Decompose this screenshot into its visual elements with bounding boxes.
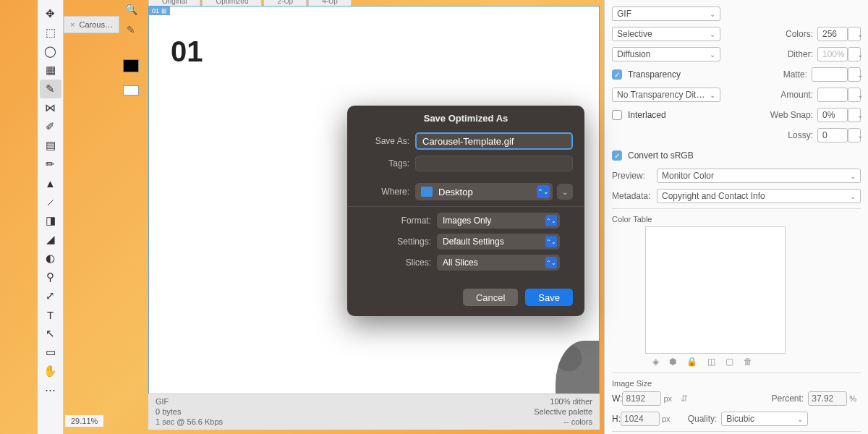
settings-select[interactable]: Default Settings⌃⌄ [437, 234, 560, 250]
tools-panel: ✥ ⬚ ◯ ▦ ✎ ⋈ ✐ ▤ ✏ ▲ ⟋ ◨ ◢ ◐ ⚲ ⤢ T ↖ ▭ ✋ … [38, 0, 64, 434]
tool-move[interactable]: ✥ [40, 4, 61, 23]
cancel-button[interactable]: Cancel [463, 289, 518, 306]
metadata-label: Metadata: [612, 191, 652, 201]
matte-select[interactable] [812, 67, 848, 82]
h-label: H: [612, 414, 621, 424]
where-select[interactable]: Desktop ⌃⌄ [415, 183, 553, 200]
tool-blur[interactable]: ◐ [40, 249, 61, 268]
amount-value[interactable] [817, 88, 848, 102]
preset-select[interactable]: GIF⌄ [612, 7, 720, 21]
zoom-icon[interactable]: 🔍 [122, 1, 140, 17]
footer-colors: -- colors [534, 417, 592, 426]
websnap-stepper[interactable]: ⌄ [848, 108, 861, 122]
preview-tabs: Original Optimized 2-Up 4-Up [148, 0, 352, 6]
w-label: W: [612, 393, 622, 404]
picker-icon[interactable]: ✎ [122, 22, 140, 38]
color-table[interactable] [645, 226, 786, 354]
slices-label: Slices: [359, 258, 431, 268]
document-tab[interactable]: × Carous… [64, 16, 119, 33]
aux-tools: 🔍 ✎ [119, 1, 143, 95]
tool-dodge[interactable]: ⚲ [40, 268, 61, 286]
interlaced-label: Interlaced [628, 110, 666, 120]
amount-label: Amount: [780, 90, 813, 100]
footer-palette: Selective palette [534, 407, 592, 416]
tool-patch[interactable]: ▤ [40, 136, 61, 155]
format-label: Format: [359, 216, 431, 226]
websnap-label: Web Snap: [770, 110, 813, 120]
where-label: Where: [359, 187, 409, 197]
tool-type[interactable]: T [40, 305, 61, 324]
dither-stepper[interactable]: ⌄ [848, 47, 861, 61]
ct-icon-4[interactable]: ◫ [707, 357, 715, 367]
save-button[interactable]: Save [525, 289, 573, 306]
width-input[interactable] [622, 391, 661, 406]
folder-icon [421, 187, 433, 197]
tool-frame[interactable]: ⋈ [40, 98, 61, 117]
tool-pencil[interactable]: ✏ [40, 155, 61, 174]
tool-pen[interactable]: ⤢ [40, 286, 61, 305]
ct-icon-2[interactable]: ⬢ [669, 357, 676, 367]
dither-method-select[interactable]: Diffusion⌄ [612, 47, 720, 61]
tool-marquee[interactable]: ⬚ [40, 23, 61, 42]
tool-history[interactable]: ⟋ [40, 192, 61, 211]
tool-shape[interactable]: ▭ [40, 343, 61, 362]
colortable-header: Color Table [612, 215, 861, 224]
amount-stepper[interactable]: ⌄ [848, 88, 861, 102]
tool-eyedropper[interactable]: ✐ [40, 117, 61, 136]
imagesize-header: Image Size [612, 379, 861, 388]
interlaced-checkbox[interactable] [612, 110, 622, 120]
tool-path[interactable]: ↖ [40, 324, 61, 343]
saveas-label: Save As: [359, 136, 409, 146]
link-icon[interactable]: ⇵ [681, 393, 688, 404]
tags-input[interactable] [415, 156, 573, 171]
transparency-label: Transparency [628, 69, 681, 80]
preview-toggle[interactable] [123, 85, 139, 95]
tab-original[interactable]: Original [148, 0, 200, 6]
zoom-percent[interactable]: 29.11% [65, 415, 103, 427]
colors-label: Colors: [786, 29, 813, 39]
trans-dither-select[interactable]: No Transparency Dit…⌄ [612, 88, 720, 102]
colortable-actions: ◈ ⬢ 🔒 ◫ ▢ 🗑 [652, 357, 861, 367]
lossy-stepper[interactable]: ⌄ [848, 128, 861, 142]
websnap-value[interactable]: 0% [817, 108, 848, 122]
tool-gradient[interactable]: ◢ [40, 230, 61, 249]
preview-select[interactable]: Monitor Color⌄ [657, 169, 861, 183]
tool-hand[interactable]: ✋ [40, 362, 61, 380]
lock-icon[interactable]: 🔒 [686, 357, 697, 367]
foreground-swatch[interactable] [123, 59, 139, 72]
percent-input[interactable] [808, 391, 847, 406]
height-input[interactable] [621, 412, 660, 426]
srgb-checkbox[interactable]: ✓ [612, 150, 622, 161]
tool-more[interactable]: ⋯ [40, 380, 61, 399]
new-icon[interactable]: ▢ [726, 357, 733, 367]
percent-label: Percent: [772, 393, 804, 404]
tool-stamp[interactable]: ▲ [40, 174, 61, 192]
colors-stepper[interactable]: ⌄ [848, 27, 861, 41]
tool-brush[interactable]: ✎ [40, 80, 61, 98]
tool-eraser[interactable]: ◨ [40, 211, 61, 230]
tab-4up[interactable]: 4-Up [308, 0, 352, 6]
close-icon[interactable]: × [70, 20, 75, 29]
expand-button[interactable]: ⌄ [557, 184, 573, 200]
format-select[interactable]: Images Only⌃⌄ [437, 213, 560, 229]
lossy-value[interactable]: 0 [817, 128, 848, 142]
quality-select[interactable]: Bicubic⌄ [721, 412, 808, 426]
chevron-down-icon: ⌃⌄ [537, 185, 550, 198]
tab-2up[interactable]: 2-Up [263, 0, 307, 6]
ct-icon-1[interactable]: ◈ [652, 357, 659, 367]
transparency-checkbox[interactable]: ✓ [612, 69, 622, 80]
trash-icon[interactable]: 🗑 [744, 357, 752, 367]
colors-select[interactable]: 256 [817, 27, 848, 41]
filename-input[interactable] [415, 132, 573, 150]
pct-unit: % [849, 394, 856, 403]
tool-lasso[interactable]: ◯ [40, 42, 61, 61]
dither-value[interactable]: 100% [817, 47, 848, 61]
settings-label: Settings: [359, 237, 431, 247]
metadata-select[interactable]: Copyright and Contact Info⌄ [657, 189, 861, 203]
tab-optimized[interactable]: Optimized [202, 0, 262, 6]
tool-slice[interactable]: ▦ [40, 61, 61, 80]
slices-select[interactable]: All Slices⌃⌄ [437, 255, 560, 271]
reduction-select[interactable]: Selective⌄ [612, 27, 720, 41]
matte-stepper[interactable]: ⌄ [848, 67, 861, 82]
footer-time: 1 sec @ 56.6 Kbps [156, 417, 223, 426]
